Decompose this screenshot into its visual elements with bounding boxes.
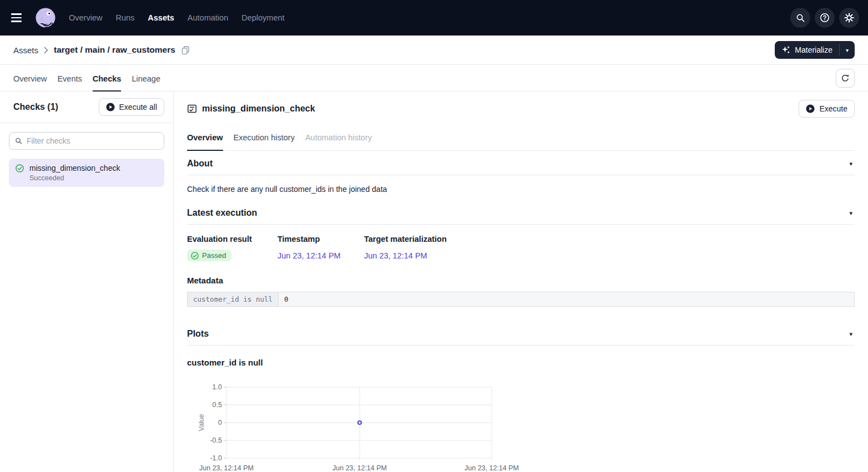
x-tick-left: Jun 23, 12:14 PM bbox=[199, 464, 254, 472]
y-tick-labels: 1.0 0.5 0 -0.5 -1.0 bbox=[210, 383, 222, 462]
top-nav-links: Overview Runs Assets Automation Deployme… bbox=[69, 13, 285, 22]
data-point[interactable] bbox=[358, 421, 361, 424]
asset-check-icon bbox=[187, 104, 197, 114]
check-title: missing_dimension_check bbox=[202, 104, 315, 114]
search-icon bbox=[15, 137, 22, 145]
metadata-row: customer_id is null 0 bbox=[188, 292, 855, 307]
materialize-dropdown-button[interactable]: ▾ bbox=[840, 41, 855, 59]
col-target-materialization: Target materialization bbox=[364, 235, 855, 243]
dagster-octopus-icon bbox=[34, 7, 57, 29]
latest-execution-table: Evaluation result Timestamp Target mater… bbox=[187, 235, 855, 261]
dagster-logo[interactable] bbox=[34, 7, 57, 29]
search-icon bbox=[796, 13, 805, 23]
metadata-table: customer_id is null 0 bbox=[187, 292, 855, 307]
about-section-header: About ▾ bbox=[187, 151, 855, 175]
materialize-button[interactable]: Materialize bbox=[775, 41, 839, 59]
col-evaluation-result: Evaluation result bbox=[187, 235, 277, 243]
check-description: Check if there are any null customer_ids… bbox=[187, 185, 855, 194]
collapse-plots-button[interactable]: ▾ bbox=[847, 329, 855, 339]
search-button[interactable] bbox=[790, 8, 810, 28]
y-tick-1: 1.0 bbox=[213, 383, 222, 391]
tab-overview[interactable]: Overview bbox=[13, 74, 47, 92]
caret-down-icon: ▾ bbox=[849, 160, 852, 167]
metadata-value: 0 bbox=[279, 292, 855, 307]
menu-button[interactable] bbox=[11, 9, 28, 26]
collapse-latest-execution-button[interactable]: ▾ bbox=[847, 209, 855, 218]
plots-section-header: Plots ▾ bbox=[187, 321, 855, 346]
value-plot: Value 1.0 0.5 0 -0.5 -1.0 Jun 23, 12:14 … bbox=[187, 382, 531, 472]
checks-count-title: Checks (1) bbox=[13, 102, 58, 112]
refresh-icon bbox=[841, 74, 850, 83]
execute-label: Execute bbox=[819, 104, 847, 113]
collapse-about-button[interactable]: ▾ bbox=[847, 159, 855, 169]
check-item-text: missing_dimension_check Succeeded bbox=[29, 164, 120, 182]
check-title-row: missing_dimension_check bbox=[187, 104, 315, 114]
execute-all-button[interactable]: Execute all bbox=[99, 98, 164, 116]
checks-sidebar: Checks (1) Execute all missing_d bbox=[0, 92, 174, 472]
metadata-heading: Metadata bbox=[187, 276, 855, 285]
latest-execution-section-header: Latest execution ▾ bbox=[187, 200, 855, 225]
checks-sidebar-header: Checks (1) Execute all bbox=[0, 92, 173, 123]
x-tick-labels: Jun 23, 12:14 PM Jun 23, 12:14 PM Jun 23… bbox=[199, 464, 519, 472]
materialize-label: Materialize bbox=[795, 45, 832, 54]
check-item-name: missing_dimension_check bbox=[29, 164, 120, 172]
tab-events[interactable]: Events bbox=[57, 74, 82, 92]
check-circle-icon bbox=[191, 252, 199, 260]
caret-down-icon: ▾ bbox=[846, 47, 849, 53]
plot-title: customer_id is null bbox=[187, 358, 855, 367]
check-item-status: Succeeded bbox=[29, 174, 120, 182]
metadata-key: customer_id is null bbox=[188, 292, 279, 307]
chevron-right-icon bbox=[44, 47, 48, 54]
check-detail-panel: missing_dimension_check Execute Overview… bbox=[174, 92, 868, 472]
play-icon bbox=[806, 104, 815, 113]
tab-automation-history[interactable]: Automation history bbox=[305, 128, 372, 151]
tab-execution-history[interactable]: Execution history bbox=[234, 128, 295, 151]
execute-all-label: Execute all bbox=[119, 103, 157, 111]
x-tick-middle: Jun 23, 12:14 PM bbox=[332, 464, 387, 472]
check-list-item[interactable]: missing_dimension_check Succeeded bbox=[9, 159, 164, 187]
tab-check-overview[interactable]: Overview bbox=[187, 128, 223, 151]
filter-checks-field bbox=[9, 132, 164, 150]
sparkles-icon bbox=[781, 45, 790, 54]
materialize-split-button: Materialize ▾ bbox=[775, 41, 855, 59]
tab-checks[interactable]: Checks bbox=[93, 74, 122, 92]
col-timestamp: Timestamp bbox=[277, 235, 364, 243]
nav-assets[interactable]: Assets bbox=[148, 13, 174, 22]
x-tick-right: Jun 23, 12:14 PM bbox=[465, 464, 519, 472]
about-heading: About bbox=[187, 159, 213, 169]
tab-lineage[interactable]: Lineage bbox=[132, 74, 160, 92]
caret-down-icon: ▾ bbox=[849, 331, 852, 337]
settings-button[interactable] bbox=[839, 8, 859, 28]
help-button[interactable] bbox=[815, 8, 835, 28]
timestamp-link[interactable]: Jun 23, 12:14 PM bbox=[277, 251, 364, 260]
execute-button[interactable]: Execute bbox=[799, 100, 855, 118]
plots-heading: Plots bbox=[187, 329, 209, 339]
menu-icon bbox=[11, 13, 22, 14]
nav-automation[interactable]: Automation bbox=[188, 13, 228, 22]
copy-button[interactable] bbox=[181, 45, 190, 55]
copy-icon bbox=[181, 45, 190, 55]
nav-deployment[interactable]: Deployment bbox=[241, 13, 284, 22]
y-tick-neg1: -1.0 bbox=[210, 454, 222, 462]
refresh-button[interactable] bbox=[836, 69, 855, 88]
help-icon bbox=[820, 13, 830, 23]
y-axis-label: Value bbox=[198, 414, 205, 431]
target-materialization-link[interactable]: Jun 23, 12:14 PM bbox=[364, 251, 855, 260]
top-nav: Overview Runs Assets Automation Deployme… bbox=[0, 0, 868, 35]
asset-tabs: Overview Events Checks Lineage bbox=[0, 65, 868, 92]
latest-execution-heading: Latest execution bbox=[187, 208, 257, 218]
check-circle-icon bbox=[16, 164, 24, 172]
filter-checks-input[interactable] bbox=[27, 136, 158, 145]
passed-badge: Passed bbox=[187, 250, 231, 261]
y-tick-0: 0 bbox=[218, 419, 222, 427]
breadcrumb-assets-link[interactable]: Assets bbox=[13, 45, 38, 55]
check-detail-tabs: Overview Execution history Automation hi… bbox=[187, 128, 855, 151]
check-detail-header: missing_dimension_check Execute bbox=[187, 92, 855, 121]
nav-runs[interactable]: Runs bbox=[115, 13, 134, 22]
content-area: Checks (1) Execute all missing_d bbox=[0, 92, 868, 472]
y-tick-0_5: 0.5 bbox=[213, 401, 222, 409]
caret-down-icon: ▾ bbox=[849, 210, 852, 216]
nav-overview[interactable]: Overview bbox=[69, 13, 102, 22]
breadcrumb-asset-key: target / main / raw_customers bbox=[54, 45, 175, 55]
y-axis-ticks bbox=[224, 387, 226, 458]
